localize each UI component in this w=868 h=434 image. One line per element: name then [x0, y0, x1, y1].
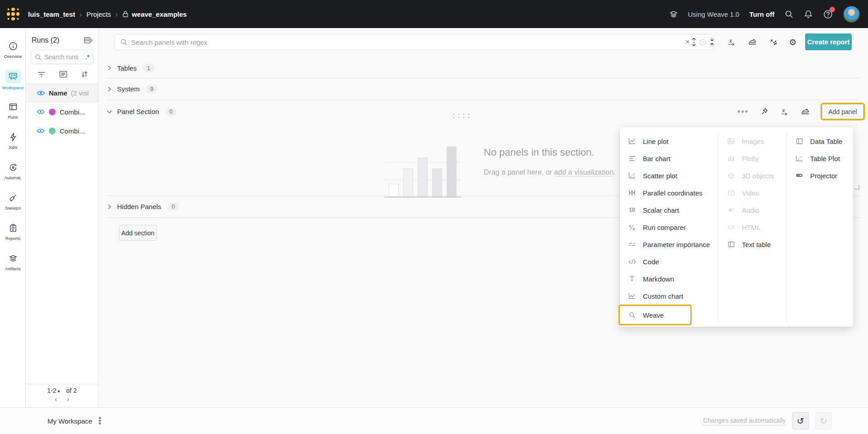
notifications-bell-icon[interactable] [804, 10, 813, 19]
menu-item-scatter-plot[interactable]: Scatter plot [620, 167, 718, 184]
page-range-dropdown[interactable]: 1-2▾ [47, 387, 60, 394]
menu-item-audio: Audio [719, 201, 787, 219]
undo-button[interactable]: ↺ [792, 412, 809, 429]
menu-item-weave[interactable]: Weave [620, 306, 690, 324]
global-search-icon[interactable] [784, 10, 794, 19]
menu-item-parallel-coordinates[interactable]: Parallel coordinates [620, 184, 718, 201]
menu-item-data-table[interactable]: Data Table [787, 133, 853, 150]
expand-all-panels-icon[interactable] [691, 38, 697, 47]
custom-chart-icon [628, 293, 636, 299]
breadcrumb-projects[interactable]: Projects [86, 10, 111, 18]
panel-smoothing-icon[interactable] [748, 38, 757, 46]
runs-search-input[interactable] [44, 53, 80, 61]
breadcrumb-team[interactable]: luis_team_test [28, 10, 75, 18]
panel-search-field[interactable]: × [114, 34, 714, 50]
nav-item-runs[interactable]: Runs [0, 95, 26, 125]
svg-text:A: A [629, 224, 631, 228]
menu-item-line-plot[interactable]: Line plot [620, 133, 718, 150]
add-section-button[interactable]: Add section [119, 225, 157, 241]
visibility-eye-icon[interactable] [37, 128, 45, 134]
workspace-settings-gear-icon[interactable]: ⚙ [789, 37, 797, 48]
nav-item-reports[interactable]: Reports [0, 216, 26, 247]
remove-outliers-icon[interactable] [769, 38, 777, 46]
nav-item-automations[interactable]: Automat. [0, 156, 26, 186]
chevron-right-icon [106, 65, 113, 71]
workspace-icon [5, 70, 21, 83]
menu-item-bar-chart[interactable]: Bar chart [620, 150, 718, 167]
nav-item-overview[interactable]: Overview [0, 34, 26, 65]
menu-item-text-table[interactable]: Text table [719, 236, 787, 253]
resize-corner-handle[interactable] [854, 185, 859, 190]
nav-item-artifacts[interactable]: Artifacts [0, 247, 26, 277]
runs-pagination: 1-2▾ of 2 ‹ › [26, 384, 98, 407]
menu-item-parameter-importance[interactable]: Parameter importance [620, 236, 718, 253]
help-button[interactable] [823, 9, 833, 19]
section-header-system[interactable]: System 9 [106, 78, 860, 100]
scalar-chart-icon: 10 [628, 207, 636, 213]
wandb-logo[interactable] [5, 6, 21, 22]
weave-query-icon [628, 312, 636, 319]
automations-icon [7, 162, 19, 173]
visibility-eye-icon[interactable] [37, 109, 45, 115]
next-page-button[interactable]: › [67, 395, 69, 403]
menu-item-custom-chart[interactable]: Custom chart [620, 287, 718, 305]
menu-item-plotly: Plotly [719, 150, 787, 167]
sort-icon[interactable] [81, 71, 88, 78]
runs-name-column-header[interactable]: Name (2 visi [26, 83, 98, 102]
weave-turn-off-button[interactable]: Turn off [749, 10, 774, 18]
run-color-dot [49, 109, 56, 115]
search-icon [35, 54, 42, 61]
menu-item-projector[interactable]: Projector [787, 167, 853, 184]
user-avatar[interactable] [843, 6, 860, 23]
x-axis-settings-icon[interactable]: x [727, 38, 736, 46]
run-row[interactable]: Combi... [26, 121, 98, 140]
create-report-button[interactable]: Create report [805, 33, 852, 50]
panel-smoothing-icon[interactable] [801, 108, 810, 116]
panel-search-input[interactable] [131, 38, 679, 46]
workspace-kebab-menu[interactable]: ••• [99, 417, 101, 425]
menu-item-images: Images [719, 133, 787, 150]
nav-item-workspace[interactable]: Workspace [0, 65, 26, 95]
scatter-plot-icon [628, 172, 636, 179]
bar-chart-icon [628, 155, 636, 162]
images-icon [727, 138, 735, 144]
pin-section-icon[interactable] [760, 108, 768, 116]
bottom-bar: My Workspace ••• Changes saved automatic… [0, 407, 868, 434]
nav-item-sweeps[interactable]: Sweeps [0, 186, 26, 216]
chevron-right-icon [106, 86, 113, 92]
top-bar: luis_team_test › Projects › weave_exampl… [0, 0, 868, 28]
runs-search-field[interactable]: .* [31, 50, 94, 64]
runs-table-expand-button[interactable] [84, 37, 93, 44]
visibility-eye-icon[interactable] [37, 90, 45, 96]
x-axis-settings-icon[interactable]: x [780, 108, 789, 116]
chevron-down-icon: ▾ [57, 389, 60, 394]
artifacts-icon [7, 253, 19, 264]
3d-objects-icon [727, 172, 735, 179]
menu-item-3d-objects: 3D objects [719, 167, 787, 184]
empty-state-title: No panels in this section. [484, 147, 616, 158]
run-row[interactable]: Combi... [26, 102, 98, 121]
workspace-name[interactable]: My Workspace [47, 417, 92, 425]
lock-icon [122, 10, 129, 18]
section-header-tables[interactable]: Tables 1 [106, 58, 860, 78]
menu-item-scalar-chart[interactable]: 10 Scalar chart [620, 201, 718, 219]
menu-item-run-comparer[interactable]: AB Run comparer [620, 219, 718, 236]
add-panel-button[interactable]: Add panel [822, 104, 863, 119]
section-drag-handle[interactable]: • • • •• • • • [453, 113, 465, 119]
menu-item-markdown[interactable]: T Markdown [620, 270, 718, 287]
menu-item-html: HTML [719, 219, 787, 236]
nav-item-jobs[interactable]: Jobs [0, 125, 26, 156]
breadcrumb-project[interactable]: weave_examples [132, 10, 187, 18]
chevron-right-icon [106, 204, 113, 210]
collapse-all-panels-icon[interactable] [709, 38, 715, 47]
reports-icon [7, 222, 19, 234]
prev-page-button[interactable]: ‹ [55, 395, 57, 403]
run-details-icon[interactable] [59, 71, 67, 78]
regex-toggle[interactable]: .* [85, 53, 90, 61]
run-comparer-icon: AB [628, 224, 636, 231]
add-visualization-link[interactable]: add a visualization [554, 168, 614, 176]
filter-icon[interactable] [38, 71, 45, 78]
menu-item-table-plot[interactable]: Table Plot [787, 150, 853, 167]
menu-item-code[interactable]: Code [620, 253, 718, 270]
section-more-options-button[interactable]: ••• [737, 107, 749, 116]
